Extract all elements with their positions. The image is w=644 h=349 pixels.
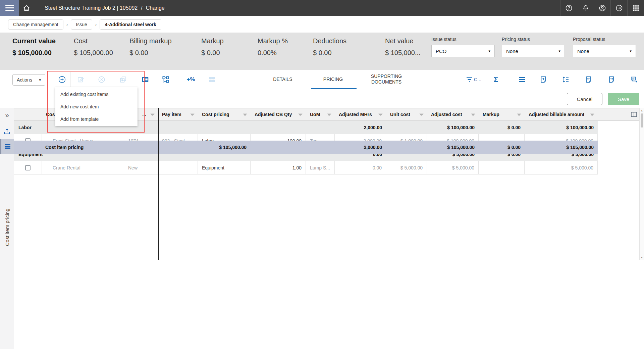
account-button[interactable] (594, 0, 610, 16)
cell-unit-cost[interactable]: $ 5,000.00 (386, 161, 427, 174)
frozen-column-divider[interactable] (158, 108, 159, 260)
vertical-scrollbar[interactable]: ▲ ▼ (639, 108, 644, 260)
add-document-button[interactable] (539, 75, 547, 84)
hierarchy-view-button[interactable] (162, 76, 170, 84)
table-row-crane-rental[interactable]: Crane Rental New Equipment 1.00 Lump S..… (14, 161, 598, 174)
help-button[interactable] (560, 0, 577, 16)
tab-details[interactable]: DETAILS (266, 77, 300, 82)
tab-supporting-documents[interactable]: SUPPORTING DOCUMENTS (363, 73, 410, 85)
cell-adjusted-cost[interactable]: $ 5,000.00 (427, 161, 479, 174)
issue-status-select[interactable]: PCO ▾ (431, 45, 495, 57)
filter-icon[interactable] (588, 112, 594, 116)
actions-dropdown-button[interactable]: Actions ▾ (12, 74, 45, 86)
copy-cost-item-button[interactable] (119, 76, 127, 84)
cell-uom[interactable]: Lump S... (306, 161, 335, 174)
edit-cost-item-button[interactable] (77, 76, 85, 84)
notifications-button[interactable] (577, 0, 594, 16)
comments-button[interactable] (630, 75, 639, 84)
add-document-icon (539, 76, 547, 84)
add-cost-item-button[interactable] (54, 72, 70, 87)
apps-grid-icon (632, 4, 640, 12)
logout-button[interactable] (611, 0, 627, 16)
menu-item-add-new-cost-item[interactable]: Add new cost item (55, 100, 138, 113)
add-circle-icon (58, 75, 66, 84)
column-header-uom[interactable]: UoM (306, 108, 335, 120)
breadcrumb-change-management[interactable]: Change management (8, 19, 63, 30)
cell-markup: $ 0.00 (479, 141, 525, 154)
breadcrumb-issue[interactable]: Issue (71, 19, 92, 30)
breadcrumb-current-item[interactable]: 4-Additional steel work (100, 19, 161, 30)
cell-number[interactable]: New (124, 161, 158, 174)
filter-icon[interactable] (325, 112, 331, 116)
apps-button[interactable] (628, 0, 644, 16)
column-header-adjusted-cb-qty[interactable]: Adjusted CB Qty (251, 108, 306, 120)
column-header-unit-cost[interactable]: Unit cost (386, 108, 427, 120)
column-header-pay-item[interactable]: Pay item (158, 108, 198, 120)
doc-history-back-button[interactable] (585, 75, 593, 84)
save-button[interactable]: Save (608, 93, 639, 105)
filter-icon (466, 77, 473, 82)
add-dropdown-menu: Add existing cost items Add new cost ite… (55, 87, 138, 126)
breadcrumb-separator-icon: › (66, 22, 68, 27)
filter-icon[interactable] (296, 112, 303, 116)
sigma-icon: Σ (494, 76, 498, 83)
proposal-status-select[interactable]: None ▾ (573, 45, 636, 57)
register-view-button[interactable] (141, 76, 149, 84)
add-markup-percent-button[interactable]: +% (185, 76, 197, 84)
remove-cost-item-button[interactable] (98, 76, 106, 84)
double-chevron-icon: » (5, 111, 9, 119)
logout-icon (615, 4, 623, 12)
column-header-adjusted-billable-amount[interactable]: Adjusted billable amount (525, 108, 598, 120)
totals-button[interactable]: Σ (494, 75, 498, 84)
expand-panel-button[interactable]: » (0, 110, 14, 120)
column-chooser-icon (631, 111, 637, 118)
summary-row-cost-item-pricing: Cost item pricing $ 105,000.00 2,000.00 … (14, 141, 598, 154)
pricing-status-select[interactable]: None ▾ (502, 45, 565, 57)
cell-pay-item[interactable] (158, 161, 198, 174)
filter-icon[interactable] (469, 112, 475, 116)
grid-header-filler (598, 108, 639, 120)
column-header-markup[interactable]: Markup (479, 108, 525, 120)
cell-adjusted-billable[interactable]: $ 5,000.00 (525, 161, 598, 174)
rail-item-slideout[interactable] (0, 124, 14, 139)
column-filter-button[interactable]: C... (466, 75, 481, 84)
row-height-button[interactable] (562, 75, 570, 84)
filter-icon[interactable] (515, 112, 521, 116)
scroll-up-arrow[interactable]: ▲ (640, 108, 644, 113)
main-menu-button[interactable] (0, 0, 19, 16)
summary-bar: Current value $ 105,000.00 Cost $ 105,00… (0, 33, 644, 70)
cell-markup[interactable] (479, 161, 525, 174)
menu-item-add-from-template[interactable]: Add from template (55, 113, 138, 125)
column-chooser-button[interactable] (631, 111, 637, 118)
scroll-down-arrow[interactable]: ▼ (640, 255, 644, 260)
filter-icon[interactable] (241, 112, 247, 116)
chevron-down-icon: ▾ (630, 49, 632, 53)
menu-item-add-existing-cost-items[interactable]: Add existing cost items (55, 88, 138, 100)
cell-adjusted-mhrs[interactable]: 0.00 (335, 161, 386, 174)
cell-desc[interactable]: Crane Rental (42, 161, 124, 174)
filter-icon[interactable] (417, 112, 424, 116)
filter-icon[interactable] (376, 112, 383, 116)
column-header-adjusted-cost[interactable]: Adjusted cost (427, 108, 479, 120)
home-button[interactable] (19, 0, 34, 16)
filter-icon[interactable] (188, 112, 195, 116)
rail-item-cost-item-pricing[interactable] (0, 139, 14, 154)
cancel-button[interactable]: Cancel (567, 93, 602, 105)
cell-adjusted-mhrs: 2,000.00 (335, 121, 386, 134)
project-title: Steel Structure Training Job 2 | 105092 (45, 5, 138, 11)
scrollbar-thumb[interactable] (641, 113, 643, 128)
list-view-button[interactable] (518, 75, 526, 84)
row-checkbox[interactable] (25, 165, 31, 170)
tab-pricing[interactable]: PRICING (316, 77, 350, 82)
column-header-adjusted-mhrs[interactable]: Adjusted MHrs (335, 108, 386, 120)
doc-arrow-left-icon (585, 76, 593, 84)
slideout-panel-icon (4, 128, 10, 135)
cell-adjusted-cb-qty[interactable]: 1.00 (251, 161, 306, 174)
filter-icon[interactable] (148, 112, 155, 116)
doc-history-forward-button[interactable] (607, 75, 615, 84)
mass-update-button[interactable] (208, 76, 216, 84)
column-header-cost-pricing[interactable]: Cost pricing (198, 108, 251, 120)
hierarchy-icon (162, 75, 170, 84)
left-panel-rail: » Cost item pricing (0, 108, 14, 349)
cell-cost-pricing[interactable]: Equipment (198, 161, 251, 174)
